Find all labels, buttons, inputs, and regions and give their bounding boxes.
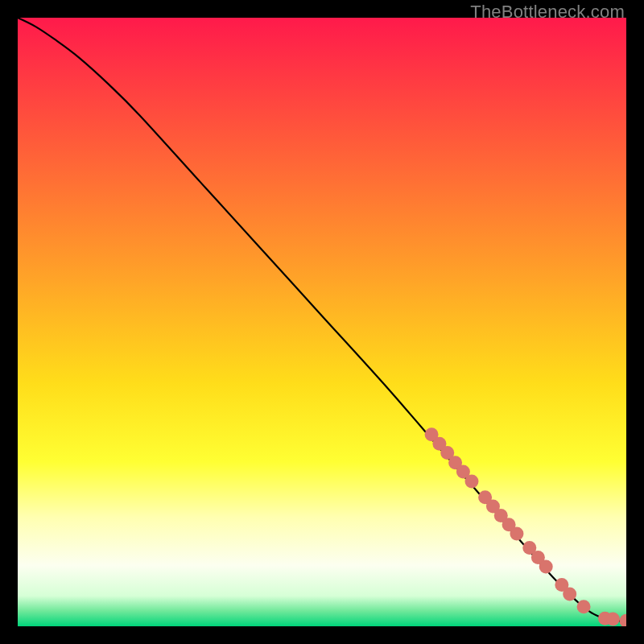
- chart-svg: [18, 18, 626, 626]
- data-marker: [464, 475, 478, 489]
- data-marker: [539, 559, 553, 573]
- data-marker: [510, 527, 523, 541]
- data-marker: [577, 600, 591, 613]
- data-marker: [606, 612, 620, 625]
- data-marker: [563, 587, 576, 601]
- chart-frame: [18, 18, 626, 626]
- gradient-background: [18, 18, 626, 626]
